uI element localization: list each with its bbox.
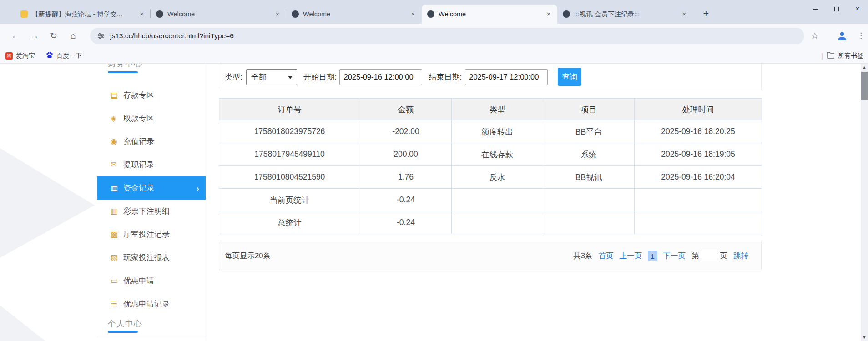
- tab-title: Welcome: [439, 10, 542, 18]
- tab-title: 【新提醒】海燕论坛 - 博学交...: [32, 10, 135, 19]
- section-underline: [108, 71, 138, 73]
- table-header-row: 订单号 金额 类型 项目 处理时间: [219, 99, 762, 120]
- col-type: 类型: [452, 99, 543, 120]
- promo-apply-record-icon: ☰: [111, 299, 123, 309]
- total-count-label: 共3条: [573, 251, 592, 261]
- caret-down-icon: [288, 76, 293, 79]
- start-date-input[interactable]: [339, 69, 422, 85]
- all-bookmarks-label[interactable]: 所有书签: [838, 52, 863, 60]
- cell-project: BB平台: [543, 120, 635, 143]
- site-info-icon[interactable]: [97, 32, 105, 40]
- jump-page-input[interactable]: [702, 251, 717, 261]
- maximize-icon: [834, 7, 839, 11]
- bookmarks-left: 淘 爱淘宝 百度一下: [0, 51, 82, 60]
- sidebar-section-finance: 财务中心: [108, 64, 142, 69]
- url-text[interactable]: js13.cc/hhcp/usercenter.html?iniType=6: [110, 32, 234, 40]
- forward-icon[interactable]: →: [28, 30, 41, 42]
- search-button[interactable]: 查询: [558, 68, 581, 86]
- jump-prefix-label: 第: [691, 251, 699, 261]
- tab-strip: 【新提醒】海燕论坛 - 博学交... × Welcome × Welcome ×…: [0, 0, 868, 24]
- pagination-bar: 每页显示20条 共3条 首页 上一页 1 下一页 第 页 跳转: [219, 242, 762, 270]
- bookmark-baidu[interactable]: 百度一下: [46, 51, 82, 60]
- cell-project: BB视讯: [543, 166, 635, 189]
- tab-close-icon[interactable]: ×: [273, 10, 282, 18]
- sidebar-item-withdraw-record[interactable]: ✉ 提现记录: [97, 153, 206, 176]
- window-minimize-button[interactable]: [805, 0, 826, 18]
- jump-button[interactable]: 跳转: [733, 251, 748, 261]
- sidebar-item-withdraw[interactable]: ◈ 取款专区: [97, 107, 206, 130]
- scrollbar-thumb[interactable]: [861, 72, 868, 100]
- sidebar-item-player-bet-report[interactable]: ▧ 玩家投注报表: [97, 246, 206, 269]
- home-icon[interactable]: ⌂: [67, 30, 80, 42]
- room-bet-record-icon: ▩: [111, 230, 123, 239]
- tab-title: :::视讯 会员下注纪录:::: [574, 10, 677, 19]
- sidebar-item-promo-apply[interactable]: ▭ 优惠申请: [97, 269, 206, 292]
- cell-empty: [635, 211, 762, 234]
- cell-amount: 1.76: [360, 166, 452, 189]
- bookmarks-right: | 所有书签: [821, 52, 863, 60]
- chevron-right-icon: ›: [196, 183, 199, 193]
- cell-amount: -202.00: [360, 120, 452, 143]
- sidebar-item-lottery-bet-detail[interactable]: ▥ 彩票下注明细: [97, 200, 206, 223]
- tab-close-icon[interactable]: ×: [138, 10, 146, 18]
- cell-label: 当前页统计: [219, 189, 360, 211]
- tab-close-icon[interactable]: ×: [545, 10, 553, 18]
- col-amount: 金额: [360, 99, 452, 120]
- sidebar-item-deposit[interactable]: ▤ 存款专区: [97, 84, 206, 107]
- col-order-id: 订单号: [219, 99, 360, 120]
- cell-type: 反水: [452, 166, 543, 189]
- cell-amount: -0.24: [360, 189, 452, 211]
- col-project: 项目: [543, 99, 635, 120]
- jump-suffix-label: 页: [720, 251, 728, 261]
- browser-tab-forum[interactable]: 【新提醒】海燕论坛 - 博学交... ×: [15, 5, 151, 24]
- next-page-link[interactable]: 下一页: [663, 251, 686, 261]
- tab-close-icon[interactable]: ×: [409, 10, 417, 18]
- browser-tab-welcome-1[interactable]: Welcome ×: [151, 5, 286, 24]
- player-bet-report-icon: ▧: [111, 253, 123, 262]
- cell-order-id: 1758018023975726: [219, 120, 360, 143]
- cell-amount: -0.24: [360, 211, 452, 234]
- cell-type: 在线存款: [452, 143, 543, 166]
- sidebar-item-recharge-record[interactable]: ◉ 充值记录: [97, 130, 206, 153]
- site-favicon-icon: [156, 10, 163, 18]
- bookmark-star-icon[interactable]: ☆: [809, 30, 821, 42]
- scroll-down-icon[interactable]: ▼: [861, 334, 868, 341]
- first-page-link[interactable]: 首页: [598, 251, 613, 261]
- window-close-button[interactable]: ×: [847, 0, 868, 18]
- cell-time: 2025-09-16 16:20:04: [635, 166, 762, 189]
- profile-avatar[interactable]: [835, 29, 849, 43]
- sidebar-item-room-bet-record[interactable]: ▩ 厅室投注记录: [97, 223, 206, 246]
- sidebar-item-promo-apply-record[interactable]: ☰ 优惠申请记录: [97, 292, 206, 316]
- table-row: 1758017945499110 200.00 在线存款 系统 2025-09-…: [219, 143, 762, 166]
- browser-tab-welcome-2[interactable]: Welcome ×: [286, 5, 422, 24]
- bookmarks-bar: 淘 爱淘宝 百度一下 | 所有书签: [0, 48, 868, 64]
- start-date-label: 开始日期:: [303, 72, 337, 82]
- prev-page-link[interactable]: 上一页: [619, 251, 642, 261]
- window-maximize-button[interactable]: [826, 0, 847, 18]
- end-date-input[interactable]: [465, 69, 548, 85]
- table-row: 1758010804521590 1.76 反水 BB视讯 2025-09-16…: [219, 166, 762, 189]
- funds-record-table: 订单号 金额 类型 项目 处理时间 1758018023975726 -202.…: [219, 98, 762, 234]
- section-underline: [108, 331, 138, 333]
- current-page-indicator: 1: [648, 251, 657, 261]
- sidebar-item-funds-record[interactable]: ▦ 资金记录 ›: [97, 176, 206, 200]
- bookmark-aitaobao[interactable]: 淘 爱淘宝: [5, 52, 35, 60]
- browser-tab-welcome-active[interactable]: Welcome ×: [422, 5, 557, 24]
- new-tab-button[interactable]: +: [700, 8, 712, 20]
- tab-close-icon[interactable]: ×: [680, 10, 688, 18]
- browser-menu-icon[interactable]: ⋮: [857, 30, 864, 42]
- cell-label: 总统计: [219, 211, 360, 234]
- browser-tab-betrecord[interactable]: :::视讯 会员下注纪录::: ×: [557, 5, 693, 24]
- taobao-icon: 淘: [5, 52, 13, 60]
- page-scrollbar[interactable]: ▲ ▼: [861, 64, 868, 341]
- site-favicon-icon: [292, 10, 299, 18]
- back-icon[interactable]: ←: [9, 30, 22, 42]
- cell-empty: [635, 189, 762, 211]
- scroll-up-icon[interactable]: ▲: [861, 64, 868, 71]
- type-select[interactable]: 全部: [246, 69, 297, 85]
- baidu-paw-icon: [46, 51, 53, 60]
- section-divider: [97, 336, 206, 336]
- browser-toolbar: ← → ↻ ⌂ js13.cc/hhcp/usercenter.html?ini…: [0, 24, 868, 48]
- address-bar[interactable]: js13.cc/hhcp/usercenter.html?iniType=6: [90, 28, 804, 44]
- refresh-icon[interactable]: ↻: [47, 30, 60, 42]
